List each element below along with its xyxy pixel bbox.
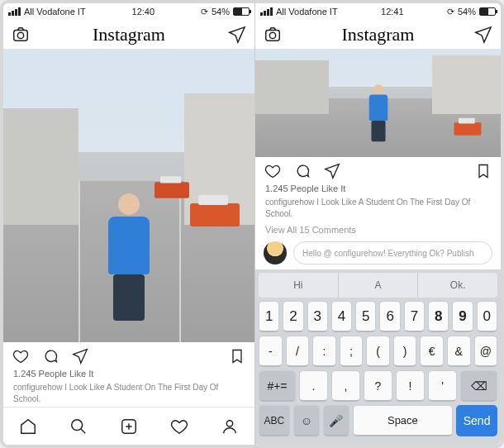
key-emoji[interactable]: ☺ [293,405,320,436]
battery-percent: 54% [458,7,476,17]
tab-profile-icon[interactable] [221,417,239,436]
svg-point-4 [226,420,232,426]
share-icon[interactable] [71,347,89,365]
key-slash[interactable]: / [286,336,310,367]
post-caption: configurehow I Look Like A Student On Th… [255,195,501,222]
key-5[interactable]: 5 [355,301,376,332]
status-bar: All Vodafone IT 12:40 ⟳ 54% [3,3,254,20]
key-row-3: #+= . , ? ! ' ⌫ [259,370,497,402]
carrier-label: All Vodafone IT [24,7,86,17]
key-paren-close[interactable]: ) [393,336,417,367]
key-send[interactable]: Send [456,405,497,436]
svg-point-1 [17,32,23,38]
key-row-1: 1 2 3 4 5 6 7 8 9 0 [259,301,497,332]
battery-icon [233,7,250,16]
key-amp[interactable]: & [447,336,471,367]
comment-icon[interactable] [293,162,311,180]
suggestion-bar: Hi A Ok. [259,273,497,298]
post-actions [255,157,501,182]
key-7[interactable]: 7 [404,301,425,332]
carrier-label: All Vodafone IT [276,7,338,17]
key-2[interactable]: 2 [283,301,303,332]
phone-right: All Vodafone IT 12:41 ⟳ 54% Instagram [255,3,501,445]
key-period[interactable]: . [299,370,328,402]
key-apos[interactable]: ' [428,370,457,402]
key-exclaim[interactable]: ! [396,370,425,402]
tab-activity-icon[interactable] [170,417,188,436]
camera-icon[interactable] [12,26,30,44]
battery-percent: 54% [212,7,230,17]
key-question[interactable]: ? [364,370,392,402]
view-comments-link[interactable]: View All 15 Comments [255,222,501,238]
tab-search-icon[interactable] [69,417,88,436]
key-8[interactable]: 8 [428,301,449,332]
like-icon[interactable] [264,162,282,180]
likes-count[interactable]: 1.245 People Like It [255,182,501,195]
likes-count[interactable]: 1.245 People Like It [3,367,254,380]
bookmark-icon[interactable] [474,162,492,180]
post-photo[interactable] [255,50,501,157]
direct-icon[interactable] [474,26,492,44]
app-header: Instagram [3,20,254,50]
key-paren-open[interactable]: ( [366,336,390,367]
key-shift-symbols[interactable]: #+= [259,370,296,402]
key-row-4: ABC ☺ 🎤 Space Send [259,405,497,436]
key-comma[interactable]: , [331,370,360,402]
tab-create-icon[interactable] [120,417,138,436]
comment-input[interactable]: Hello @ configurehow! Everything Ok? Pub… [293,241,492,265]
clock: 12:41 [381,7,404,17]
signal-icon [8,7,21,16]
key-1[interactable]: 1 [259,301,279,332]
key-space[interactable]: Space [353,405,454,436]
instagram-logo: Instagram [93,24,165,45]
key-at[interactable]: @ [474,336,498,367]
signal-icon [260,7,273,16]
comment-input-text: Hello @ configurehow! Everything Ok? Pub… [302,249,473,258]
key-dash[interactable]: - [259,336,283,367]
key-row-2: - / : ; ( ) € & @ [259,336,497,367]
comment-input-row: Hello @ configurehow! Everything Ok? Pub… [255,238,501,269]
camera-icon[interactable] [264,26,282,44]
comment-icon[interactable] [41,347,59,365]
bookmark-icon[interactable] [228,347,246,365]
avatar[interactable] [264,241,287,265]
bottom-tabbar [3,407,254,445]
post-photo[interactable] [3,50,254,342]
status-bar: All Vodafone IT 12:41 ⟳ 54% [255,3,501,20]
tab-home-icon[interactable] [19,417,37,436]
key-9[interactable]: 9 [452,301,473,332]
share-icon[interactable] [323,162,341,180]
suggestion-2[interactable]: A [339,273,419,298]
key-abc[interactable]: ABC [259,405,290,436]
key-4[interactable]: 4 [331,301,352,332]
suggestion-1[interactable]: Hi [259,273,339,298]
keyboard: Hi A Ok. 1 2 3 4 5 6 7 8 9 0 - / : ; [255,269,501,445]
svg-point-6 [269,32,275,38]
key-mic[interactable]: 🎤 [323,405,349,436]
clock: 12:40 [132,7,155,17]
suggestion-3[interactable]: Ok. [418,273,497,298]
key-semicolon[interactable]: ; [340,336,364,367]
svg-rect-5 [266,30,280,41]
phone-left: All Vodafone IT 12:40 ⟳ 54% Instagram [3,3,255,445]
like-icon[interactable] [12,347,30,365]
svg-point-2 [72,419,83,430]
key-3[interactable]: 3 [307,301,328,332]
battery-icon [479,7,496,16]
key-euro[interactable]: € [420,336,444,367]
direct-icon[interactable] [228,26,246,44]
post-actions [3,342,254,367]
key-backspace[interactable]: ⌫ [460,370,497,402]
svg-rect-0 [14,30,28,41]
key-6[interactable]: 6 [379,301,400,332]
app-header: Instagram [255,20,501,50]
post-caption: configurehow I Look Like A Student On Th… [3,380,254,407]
key-0[interactable]: 0 [477,301,497,332]
key-colon[interactable]: : [312,336,336,367]
instagram-logo: Instagram [342,24,415,45]
